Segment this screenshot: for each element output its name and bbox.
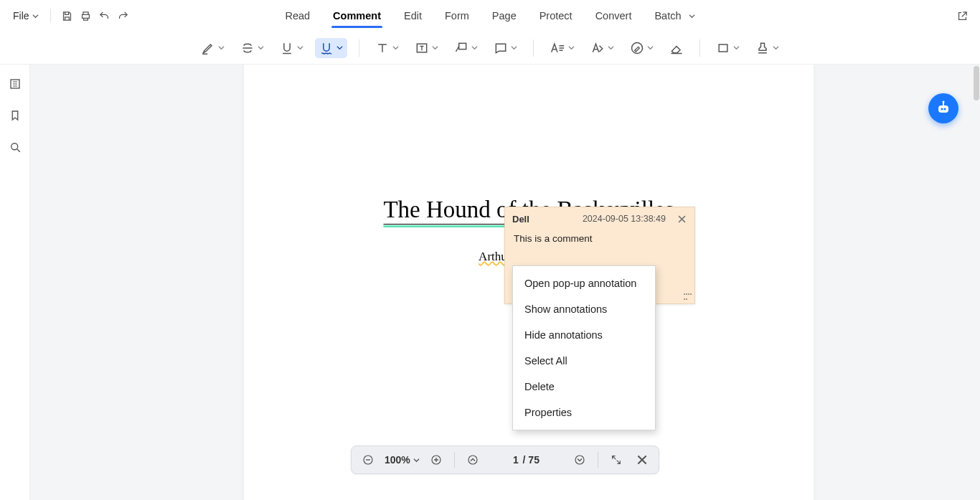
separator — [598, 452, 598, 468]
print-icon — [80, 10, 92, 22]
chevron-down-icon — [511, 44, 517, 51]
comment-timestamp: 2024-09-05 13:38:49 — [583, 214, 666, 224]
svg-rect-6 — [938, 105, 948, 113]
tab-label: Edit — [404, 10, 422, 22]
prev-page-button[interactable] — [463, 451, 482, 469]
tab-label: Page — [492, 10, 517, 22]
wavy-underline-icon — [319, 41, 334, 55]
main-tabs: Read Comment Edit Form Page Protect Conv… — [0, 0, 980, 32]
save-button[interactable] — [58, 6, 77, 25]
tab-batch[interactable]: Batch — [653, 6, 696, 26]
callout-tool[interactable] — [450, 38, 482, 58]
print-button[interactable] — [77, 6, 95, 25]
current-page: 1 — [513, 454, 519, 466]
view-bottom-bar: 100% 1 / 75 — [351, 445, 659, 474]
ctx-item-label: Properties — [524, 407, 572, 418]
thumbnails-panel-button[interactable] — [6, 75, 24, 93]
chevron-down-icon — [689, 13, 695, 19]
open-new-window-button[interactable] — [953, 6, 971, 25]
separator — [533, 39, 534, 57]
tab-read[interactable]: Read — [283, 6, 311, 26]
highlighter-icon — [201, 41, 215, 55]
chevron-down-icon — [733, 44, 740, 51]
eraser-tool[interactable] — [665, 38, 688, 58]
chevron-down-icon — [773, 44, 779, 51]
pencil-tool[interactable] — [626, 38, 658, 58]
separator — [359, 39, 359, 57]
undo-button[interactable] — [95, 6, 114, 25]
comment-body[interactable]: This is a comment — [505, 230, 694, 251]
ctx-hide-annotations[interactable]: Hide annotations — [513, 322, 655, 348]
svg-point-7 — [941, 108, 943, 110]
text-tool[interactable] — [371, 38, 403, 58]
insert-text-tool[interactable] — [545, 38, 579, 58]
callout-icon — [454, 41, 468, 55]
page-indicator[interactable]: 1 / 75 — [513, 454, 540, 466]
zoom-level[interactable]: 100% — [385, 454, 420, 466]
bookmark-panel-button[interactable] — [6, 106, 24, 125]
next-page-button[interactable] — [570, 451, 589, 469]
chevron-up-circle-icon — [466, 453, 479, 466]
close-bar-button[interactable] — [633, 451, 651, 469]
tab-edit[interactable]: Edit — [402, 6, 423, 26]
ctx-show-annotations[interactable]: Show annotations — [513, 296, 655, 322]
search-panel-button[interactable] — [6, 138, 24, 156]
ctx-properties[interactable]: Properties — [513, 400, 655, 425]
popout-icon — [956, 10, 969, 22]
file-menu[interactable]: File — [9, 7, 43, 24]
ai-assistant-button[interactable] — [928, 93, 958, 123]
tab-label: Protect — [540, 10, 573, 22]
chevron-down-icon — [568, 44, 575, 51]
chevron-down-icon — [32, 13, 39, 19]
sticky-note-icon — [494, 41, 508, 55]
comment-author: Dell — [512, 214, 529, 225]
stamp-tool[interactable] — [751, 38, 783, 58]
textbox-tool[interactable] — [410, 38, 443, 58]
replace-text-icon — [590, 41, 605, 55]
annotation-context-menu: Open pop-up annotation Show annotations … — [512, 265, 656, 430]
replace-text-tool[interactable] — [586, 38, 618, 58]
tab-comment[interactable]: Comment — [331, 6, 382, 26]
highlight-tool[interactable] — [197, 38, 229, 58]
redo-icon — [117, 10, 129, 22]
tab-convert[interactable]: Convert — [594, 6, 633, 26]
redo-button[interactable] — [114, 6, 133, 25]
note-tool[interactable] — [489, 38, 522, 58]
comment-toolbar — [0, 32, 980, 65]
left-rail — [0, 65, 30, 500]
wavy-underline-tool[interactable] — [315, 38, 347, 58]
tab-form[interactable]: Form — [443, 6, 471, 26]
vertical-scrollbar[interactable] — [974, 66, 979, 100]
ctx-item-label: Delete — [524, 381, 555, 392]
ctx-open-popup[interactable]: Open pop-up annotation — [513, 270, 655, 296]
search-icon — [9, 141, 22, 154]
tab-protect[interactable]: Protect — [538, 6, 574, 26]
strikethrough-tool[interactable] — [236, 38, 268, 58]
ctx-delete[interactable]: Delete — [513, 374, 655, 400]
undo-icon — [98, 10, 110, 22]
resize-grip[interactable] — [684, 293, 692, 302]
document-area[interactable]: The Hound of the Baskervilles Arthur Con… — [30, 65, 980, 500]
chevron-down-icon — [608, 44, 614, 51]
app-root: File Read Comment Edit — [0, 0, 980, 500]
bookmark-icon — [9, 109, 22, 122]
ctx-select-all[interactable]: Select All — [513, 348, 655, 374]
tab-page[interactable]: Page — [491, 6, 518, 26]
zoom-in-button[interactable] — [427, 451, 446, 469]
zoom-in-icon — [430, 453, 443, 466]
underline-tool[interactable] — [275, 38, 308, 58]
svg-point-8 — [943, 108, 946, 110]
insert-text-icon — [550, 41, 565, 55]
shape-tool[interactable] — [712, 38, 744, 58]
svg-point-9 — [943, 101, 945, 103]
document-page: The Hound of the Baskervilles Arthur Con… — [244, 65, 814, 500]
chevron-down-icon — [297, 44, 303, 51]
ctx-item-label: Select All — [524, 355, 567, 367]
pencil-circle-icon — [630, 41, 644, 55]
zoom-out-button[interactable] — [359, 451, 377, 469]
fullscreen-button[interactable] — [607, 451, 626, 469]
ctx-item-label: Hide annotations — [524, 329, 603, 341]
comment-close-button[interactable] — [676, 213, 687, 225]
separator — [699, 39, 700, 57]
separator — [50, 9, 51, 23]
